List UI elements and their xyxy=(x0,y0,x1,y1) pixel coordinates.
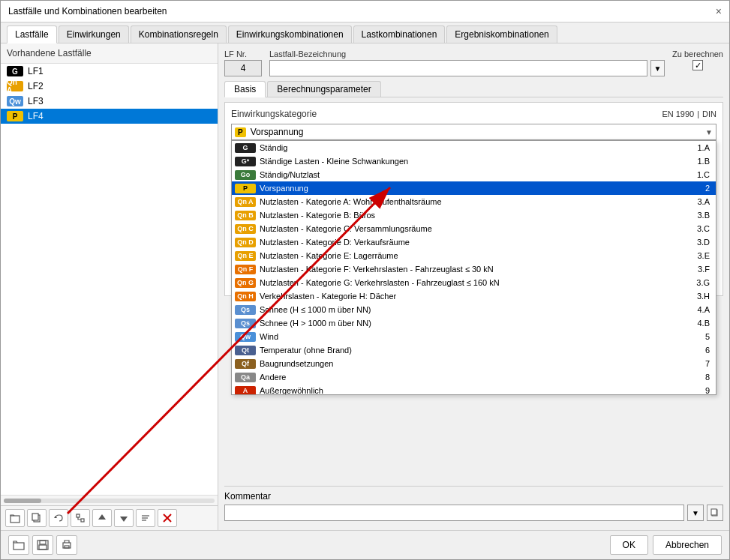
close-button[interactable]: × xyxy=(716,5,722,17)
tab-kombinationsregeln[interactable]: Kombinationsregeln xyxy=(131,25,227,43)
dropdown-item[interactable]: G*Ständige Lasten - Kleine Schwankungen1… xyxy=(232,154,716,168)
list-item[interactable]: Qn A LF2 xyxy=(1,79,218,94)
svg-rect-17 xyxy=(40,541,46,544)
main-tab-bar: Lastfälle Einwirkungen Kombinationsregel… xyxy=(1,22,729,43)
item-label: Schnee (H > 1000 m über NN) xyxy=(260,319,693,328)
left-toolbar xyxy=(1,505,218,530)
item-label: Nutzlasten - Kategorie A: Wohn/Aufenthal… xyxy=(260,197,693,206)
list-item[interactable]: Qw LF3 xyxy=(1,94,218,109)
sort-button[interactable] xyxy=(136,509,155,527)
dropdown-item[interactable]: Qn CNutzlasten - Kategorie C: Versammlun… xyxy=(232,222,716,235)
tab-einwirkungen[interactable]: Einwirkungen xyxy=(59,25,129,43)
dropdown-item[interactable]: QwWind5 xyxy=(232,330,716,343)
lf-badge-qna: Qn A xyxy=(7,81,23,91)
delete-button[interactable] xyxy=(158,509,177,527)
item-label: Schnee (H ≤ 1000 m über NN) xyxy=(260,305,693,314)
tab-lastfaelle[interactable]: Lastfälle xyxy=(7,25,57,43)
bottom-toolbar: OK Abbrechen xyxy=(1,530,729,559)
lf-bez-input[interactable] xyxy=(269,60,647,76)
svg-rect-5 xyxy=(81,519,84,522)
undo-button[interactable] xyxy=(49,509,68,527)
item-badge-icon: Qn G xyxy=(235,278,256,288)
dropdown-item[interactable]: Qn FNutzlasten - Kategorie F: Verkehrsla… xyxy=(232,262,716,276)
item-badge-icon: Qw xyxy=(235,332,256,342)
selected-label: Vorspannung xyxy=(251,127,304,137)
norm-sep: | xyxy=(697,109,699,118)
dropdown-item[interactable]: GoStändig/Nutzlast1.C xyxy=(232,168,716,181)
up-button[interactable] xyxy=(92,509,112,527)
dropdown-selected[interactable]: P Vorspannung ▼ xyxy=(231,124,716,140)
item-label: Wind xyxy=(260,332,701,341)
title-bar: Lastfälle und Kombinationen bearbeiten × xyxy=(1,1,729,22)
kommentar-section: Kommentar ▼ xyxy=(224,486,723,524)
tab-lastkombinationen[interactable]: Lastkombinationen xyxy=(353,25,446,43)
item-label: Vorspannung xyxy=(260,184,701,193)
dropdown-item[interactable]: Qn DNutzlasten - Kategorie D: Verkaufsrä… xyxy=(232,235,716,249)
kommentar-row: ▼ xyxy=(224,505,723,521)
item-label: Nutzlasten - Kategorie C: Versammlungsrä… xyxy=(260,224,693,233)
norm-labels: EN 1990 | DIN xyxy=(662,109,716,118)
item-badge-icon: G xyxy=(235,143,256,153)
dropdown-item[interactable]: QfBaugrundsetzungen7 xyxy=(232,357,716,370)
connect-icon xyxy=(75,513,86,523)
bottom-right-buttons: OK Abbrechen xyxy=(610,535,722,555)
category-dropdown[interactable]: P Vorspannung ▼ GStändig1.AG*Ständige La… xyxy=(231,124,716,140)
sort-icon xyxy=(140,513,151,523)
scrollbar-area[interactable] xyxy=(1,495,218,505)
dropdown-item[interactable]: QaAndere8 xyxy=(232,370,716,384)
dropdown-item[interactable]: QtTemperatur (ohne Brand)6 xyxy=(232,343,716,357)
down-button[interactable] xyxy=(114,509,134,527)
lf-bez-dropdown-button[interactable]: ▼ xyxy=(650,60,665,76)
copy-button[interactable] xyxy=(27,509,47,527)
dropdown-item[interactable]: Qn HVerkehrslasten - Kategorie H: Dächer… xyxy=(232,289,716,303)
zu-berechnen-checkbox[interactable] xyxy=(692,60,703,70)
window-title: Lastfälle und Kombinationen bearbeiten xyxy=(8,6,167,16)
item-number: 9 xyxy=(705,386,713,395)
dropdown-item[interactable]: GStändig1.A xyxy=(232,141,716,154)
print-button[interactable] xyxy=(56,535,77,555)
item-number: 1.C xyxy=(697,170,713,179)
dropdown-item[interactable]: AAußergewöhnlich9 xyxy=(232,384,716,395)
dropdown-item[interactable]: Qn GNutzlasten - Kategorie G: Verkehrsla… xyxy=(232,276,716,289)
sub-tab-basis[interactable]: Basis xyxy=(224,81,266,97)
item-label: Ständig xyxy=(260,143,693,152)
item-badge-icon: Qn D xyxy=(235,238,256,247)
item-label: Ständige Lasten - Kleine Schwankungen xyxy=(260,157,693,166)
einwirkungs-row: Einwirkungskategorie EN 1990 | DIN xyxy=(231,109,716,119)
kommentar-dropdown-button[interactable]: ▼ xyxy=(687,505,704,521)
cancel-button[interactable]: Abbrechen xyxy=(653,535,722,555)
save-button[interactable] xyxy=(32,535,53,555)
kommentar-input[interactable] xyxy=(224,505,684,521)
dropdown-item[interactable]: PVorspannung2 xyxy=(232,181,716,195)
item-number: 3.A xyxy=(697,197,713,206)
item-number: 3.F xyxy=(698,265,713,274)
dropdown-item[interactable]: QsSchnee (H ≤ 1000 m über NN)4.A xyxy=(232,303,716,316)
open-button[interactable] xyxy=(8,535,29,555)
phone-button[interactable] xyxy=(71,509,90,527)
list-item[interactable]: P LF4 xyxy=(1,109,218,124)
tab-einwirkungskombinationen[interactable]: Einwirkungskombinationen xyxy=(228,25,352,43)
item-label: Nutzlasten - Kategorie E: Lagerräume xyxy=(260,251,693,260)
item-number: 2 xyxy=(705,184,713,193)
item-badge-icon: Go xyxy=(235,170,256,180)
svg-rect-15 xyxy=(14,543,24,550)
kommentar-copy-button[interactable] xyxy=(707,505,723,521)
sub-tab-berechnung[interactable]: Berechnungsparameter xyxy=(267,81,380,97)
panel-header: Vorhandene Lastfälle xyxy=(1,43,218,64)
item-label: Außergewöhnlich xyxy=(260,386,701,395)
lf-nr-input[interactable] xyxy=(224,60,262,76)
lf-badge-g: G xyxy=(7,66,23,76)
delete-icon xyxy=(162,513,173,523)
dropdown-item[interactable]: Qn BNutzlasten - Kategorie B: Büros3.B xyxy=(232,208,716,222)
list-item[interactable]: G LF1 xyxy=(1,64,218,79)
dropdown-item[interactable]: Qn ANutzlasten - Kategorie A: Wohn/Aufen… xyxy=(232,195,716,208)
tab-ergebniskombinationen[interactable]: Ergebniskombinationen xyxy=(446,25,557,43)
add-lf-button[interactable] xyxy=(5,509,25,527)
dropdown-item[interactable]: QsSchnee (H > 1000 m über NN)4.B xyxy=(232,316,716,330)
ok-button[interactable]: OK xyxy=(610,535,648,555)
basis-content: Einwirkungskategorie EN 1990 | DIN P Vor… xyxy=(224,102,723,296)
dropdown-item[interactable]: Qn ENutzlasten - Kategorie E: Lagerräume… xyxy=(232,249,716,262)
lf-nr-label: LF Nr. xyxy=(224,49,262,58)
item-label: Baugrundsetzungen xyxy=(260,359,701,368)
item-number: 7 xyxy=(705,359,713,368)
